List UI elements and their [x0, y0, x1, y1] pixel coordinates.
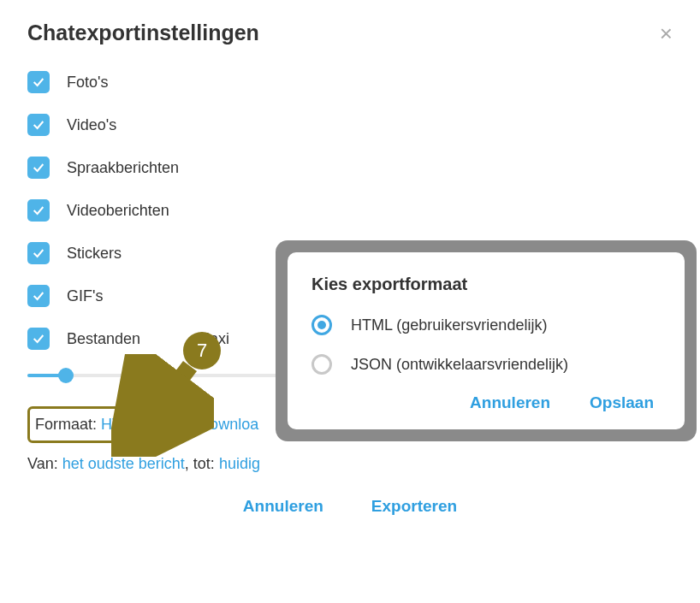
checkbox-icon[interactable] — [27, 328, 50, 350]
option-label: Videoberichten — [67, 202, 169, 220]
option-label: Stickers — [67, 245, 122, 263]
checkbox-icon[interactable] — [27, 71, 50, 93]
option-photos[interactable]: Foto's — [27, 71, 673, 93]
popup-cancel-button[interactable]: Annuleren — [470, 393, 550, 412]
option-label: Video's — [67, 116, 116, 134]
choose-format-popup: Kies exportformaat HTML (gebruikersvrien… — [288, 252, 685, 429]
popup-footer: Annuleren Opslaan — [311, 393, 661, 412]
checkbox-icon[interactable] — [27, 285, 50, 307]
option-label: Foto's — [67, 74, 108, 92]
size-limit-label: Maxi — [197, 330, 229, 348]
option-label: Spraakberichten — [67, 159, 179, 177]
to-link[interactable]: huidig — [219, 455, 260, 472]
option-voice-messages[interactable]: Spraakberichten — [27, 157, 673, 179]
format-popup-container: Kies exportformaat HTML (gebruikersvrien… — [276, 240, 697, 441]
from-label: Van: — [27, 455, 58, 472]
radio-label: HTML (gebruikersvriendelijk) — [351, 316, 547, 334]
slider-thumb[interactable] — [58, 368, 74, 383]
close-icon[interactable]: × — [660, 22, 673, 44]
option-videos[interactable]: Video's — [27, 114, 673, 136]
dialog-footer: Annuleren Exporteren — [27, 497, 673, 516]
format-link[interactable]: HTML — [101, 416, 143, 433]
popup-save-button[interactable]: Opslaan — [590, 393, 654, 412]
radio-option-json[interactable]: JSON (ontwikkelaarsvriendelijk) — [311, 354, 661, 375]
to-label: tot: — [193, 455, 215, 472]
cancel-button[interactable]: Annuleren — [243, 497, 323, 516]
option-label: Bestanden — [67, 330, 140, 348]
date-range-line: Van: het oudste bericht, tot: huidig — [27, 455, 673, 473]
checkbox-icon[interactable] — [27, 157, 50, 179]
option-label: GIF's — [67, 287, 103, 305]
format-highlight-box: Formaat: HTML, — [27, 406, 158, 443]
checkbox-icon[interactable] — [27, 242, 50, 264]
checkbox-icon[interactable] — [27, 114, 50, 136]
checkbox-icon[interactable] — [27, 199, 50, 222]
popup-title: Kies exportformaat — [311, 275, 661, 294]
from-link[interactable]: het oudste bericht — [62, 455, 185, 472]
dialog-title: Chatexportinstellingen — [27, 21, 259, 45]
radio-label: JSON (ontwikkelaarsvriendelijk) — [351, 356, 568, 374]
format-comma: , — [143, 416, 147, 433]
radio-unselected-icon[interactable] — [311, 354, 332, 375]
format-label: Formaat: — [35, 416, 97, 433]
radio-selected-icon[interactable] — [311, 315, 332, 335]
option-video-messages[interactable]: Videoberichten — [27, 199, 673, 222]
path-link[interactable]: Downloa — [199, 416, 258, 433]
radio-option-html[interactable]: HTML (gebruikersvriendelijk) — [311, 315, 661, 335]
export-button[interactable]: Exporteren — [371, 497, 457, 516]
dialog-header: Chatexportinstellingen × — [27, 21, 673, 45]
path-label: Pad: — [163, 416, 194, 433]
